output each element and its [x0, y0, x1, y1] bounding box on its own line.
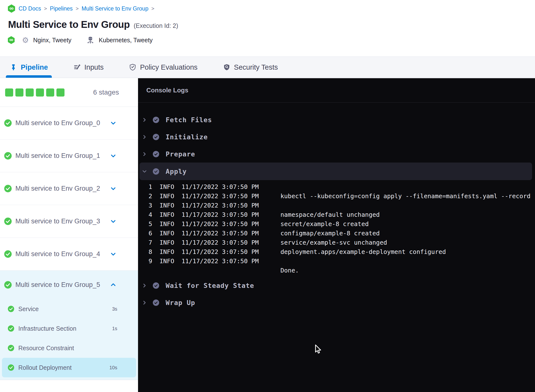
log-line-number: 6	[138, 230, 152, 237]
log-level: INFO	[160, 239, 182, 246]
success-check-icon	[4, 250, 12, 258]
log-line: 9 INFO 11/17/2022 3:07:50 PM	[138, 256, 535, 266]
environments-label: Kubernetes, Tweety	[99, 37, 153, 44]
stage-name: Multi service to Env Group_1	[15, 152, 107, 160]
log-timestamp: 11/17/2022 3:07:50 PM	[182, 183, 280, 190]
chevron-down-icon[interactable]	[110, 120, 117, 126]
chevron-right-icon[interactable]	[142, 134, 147, 140]
log-line: 4 INFO 11/17/2022 3:07:50 PM namespace/d…	[138, 210, 535, 219]
console-step-row[interactable]: Wait for Steady State	[138, 277, 535, 294]
breadcrumb-separator: >	[151, 6, 154, 11]
log-message: service/example-svc unchanged	[280, 239, 535, 246]
step-success-icon	[153, 299, 159, 306]
chevron-down-icon[interactable]	[110, 251, 117, 257]
log-line: 7 INFO 11/17/2022 3:07:50 PM service/exa…	[138, 238, 535, 247]
step-row[interactable]: Resource Constraint	[0, 338, 138, 358]
inputs-icon	[73, 64, 81, 71]
stage-row[interactable]: Multi service to Env Group_3	[0, 205, 138, 238]
tab-inputs[interactable]: Inputs	[73, 57, 104, 78]
chevron-down-icon[interactable]	[110, 152, 117, 159]
page-title: Multi Service to Env Group	[8, 19, 130, 30]
console-step-row-expanded[interactable]: Apply	[139, 163, 532, 180]
tab-policy-evaluations[interactable]: Policy Evaluations	[129, 57, 197, 78]
log-line-number: 1	[138, 183, 152, 190]
console-step-name: Apply	[166, 168, 187, 175]
log-line: 8 INFO 11/17/2022 3:07:50 PM deployment.…	[138, 247, 535, 256]
step-row[interactable]: Rollout Deployment 10s	[2, 358, 136, 377]
step-success-icon	[153, 117, 159, 123]
chevron-right-icon[interactable]	[142, 117, 147, 122]
log-level: INFO	[160, 202, 182, 209]
step-name: Infrastructure Section	[18, 325, 108, 332]
console-step-name: Prepare	[166, 150, 195, 158]
chevron-right-icon[interactable]	[142, 152, 147, 157]
chevron-right-icon[interactable]	[142, 283, 147, 288]
log-level: INFO	[160, 183, 182, 190]
step-success-icon	[153, 134, 159, 140]
log-timestamp: 11/17/2022 3:07:50 PM	[182, 220, 280, 228]
console-step-name: Initialize	[166, 133, 208, 141]
stage-row[interactable]: Multi service to Env Group_4	[0, 238, 138, 271]
breadcrumb-link-pipeline-name[interactable]: Multi Service to Env Group	[82, 5, 149, 12]
step-success-icon	[153, 282, 159, 289]
console-body: Fetch Files Initialize	[138, 103, 535, 311]
console-step-name: Fetch Files	[166, 116, 212, 124]
log-timestamp: 11/17/2022 3:07:50 PM	[182, 211, 280, 218]
console-step-row[interactable]: Fetch Files	[138, 111, 535, 128]
stage-name: Multi service to Env Group_0	[15, 119, 107, 127]
chevron-right-icon[interactable]	[142, 300, 147, 305]
step-duration: 10s	[109, 365, 117, 370]
tab-security-tests[interactable]: Security Tests	[223, 57, 278, 78]
security-shield-icon	[223, 64, 230, 71]
step-list: Service 3s Infrastructure Section 1s Res…	[0, 299, 138, 377]
chevron-down-icon[interactable]	[142, 169, 147, 174]
stage-status-square	[56, 88, 64, 97]
services-gear-icon: ⚙	[22, 36, 29, 44]
log-line-number: 5	[138, 220, 152, 228]
stage-name: Multi service to Env Group_3	[15, 218, 107, 225]
stage-status-squares	[5, 88, 64, 97]
chevron-down-icon[interactable]	[110, 218, 117, 225]
step-row[interactable]: Infrastructure Section 1s	[0, 319, 138, 338]
success-check-icon	[8, 325, 14, 332]
stage-row[interactable]: Multi service to Env Group_0	[0, 107, 138, 140]
console-step-name: Wait for Steady State	[166, 282, 254, 289]
step-duration: 1s	[112, 326, 117, 331]
console-log-lines: 1 INFO 11/17/2022 3:07:50 PM 2 INFO 11/1…	[138, 180, 535, 277]
breadcrumb-link-pipelines[interactable]: Pipelines	[50, 5, 73, 12]
step-name: Resource Constraint	[18, 345, 113, 352]
success-check-icon	[4, 185, 12, 193]
step-row[interactable]: Service 3s	[0, 299, 138, 319]
log-line: 3 INFO 11/17/2022 3:07:50 PM	[138, 201, 535, 210]
stage-name: Multi service to Env Group_2	[15, 185, 107, 192]
breadcrumb: ∞ CD Docs > Pipelines > Multi Service to…	[7, 4, 154, 13]
log-line-number: 4	[138, 211, 152, 218]
step-success-icon	[153, 168, 159, 175]
chevron-down-icon[interactable]	[110, 185, 117, 192]
chevron-up-icon[interactable]	[110, 282, 117, 288]
log-timestamp: 11/17/2022 3:07:50 PM	[182, 230, 280, 237]
services-label: Nginx, Tweety	[33, 37, 72, 44]
log-message: configmap/example-8 created	[280, 230, 535, 237]
step-duration: 3s	[112, 306, 117, 312]
stage-row-expanded[interactable]: Multi service to Env Group_5	[0, 271, 138, 299]
success-check-icon	[8, 345, 14, 351]
log-line: Done.	[138, 266, 535, 275]
stage-status-square	[46, 88, 54, 97]
stage-row[interactable]: Multi service to Env Group_2	[0, 172, 138, 205]
console-step-row[interactable]: Wrap Up	[138, 294, 535, 311]
step-success-icon	[153, 151, 159, 157]
expanded-stage-section: Multi service to Env Group_5 Service 3s …	[0, 271, 138, 380]
stages-summary: 6 stages	[0, 78, 138, 107]
tab-pipeline[interactable]: Pipeline	[10, 57, 48, 78]
console-step-row[interactable]: Prepare	[138, 145, 535, 163]
log-message: deployment.apps/example-deployment confi…	[280, 248, 535, 255]
log-level: INFO	[160, 220, 182, 228]
breadcrumb-link-cd-docs[interactable]: CD Docs	[19, 5, 41, 12]
log-timestamp: 11/17/2022 3:07:50 PM	[182, 239, 280, 246]
stage-name: Multi service to Env Group_5	[15, 281, 107, 289]
cd-module-icon: ∞	[7, 36, 15, 44]
console-step-row[interactable]: Initialize	[138, 128, 535, 145]
console-steps-after: Wait for Steady State Wrap Up	[138, 277, 535, 311]
stage-row[interactable]: Multi service to Env Group_1	[0, 140, 138, 172]
